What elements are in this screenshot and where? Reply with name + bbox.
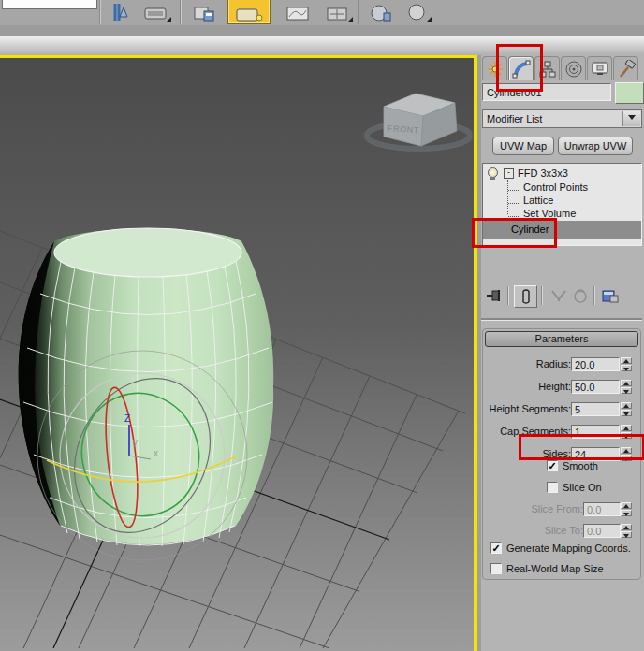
layer-manager-icon[interactable] — [187, 0, 221, 22]
material-editor-icon[interactable] — [363, 0, 397, 22]
barrel-top-cap — [54, 228, 242, 277]
stack-item-ffd[interactable]: - FFD 3x3x3 — [483, 166, 641, 180]
smooth-label: Smooth — [563, 460, 598, 472]
height-label: Height: — [538, 380, 571, 394]
generate-mapping-row: ✓ Generate Mapping Coords. — [490, 542, 640, 556]
stack-item-label: Lattice — [523, 195, 553, 206]
slice-from-label: Slice From: — [531, 502, 583, 516]
toolbar-separator — [541, 286, 542, 305]
height-segments-spinner[interactable] — [621, 402, 632, 416]
real-world-checkbox[interactable] — [490, 563, 502, 574]
axis-label-y: y — [133, 437, 138, 447]
toolbar-separator — [99, 0, 100, 24]
axis-label-x: x — [154, 448, 158, 458]
schematic-view-icon[interactable] — [320, 0, 354, 22]
smooth-checkbox[interactable]: ✓ — [547, 460, 558, 471]
generate-mapping-label: Generate Mapping Coords. — [506, 542, 631, 555]
toolbar-separator — [358, 0, 359, 24]
slice-on-checkbox[interactable] — [547, 482, 558, 493]
dropdown-arrow-button[interactable] — [622, 111, 640, 126]
uvw-map-button[interactable]: UVW Map — [492, 137, 554, 155]
slice-to-label: Slice To: — [545, 524, 583, 538]
tab-display[interactable] — [587, 56, 612, 80]
tab-utilities[interactable] — [613, 56, 638, 80]
cylinder-object[interactable] — [19, 228, 273, 546]
rollout-collapse-icon: - — [490, 332, 494, 345]
utilities-icon — [617, 60, 636, 79]
height-segments-row: Height Segments: 5 — [483, 402, 640, 416]
command-panel: Cylinder001 Modifier List UVW Map Unwrap… — [481, 55, 644, 651]
slice-from-input: 0.0 — [583, 502, 621, 516]
axis-label-z: Z — [124, 413, 130, 424]
tree-connector — [508, 209, 520, 217]
flyout-arrow — [348, 17, 353, 22]
display-icon — [591, 60, 609, 79]
height-segments-input[interactable]: 5 — [571, 402, 620, 416]
real-world-row: Real-World Map Size — [490, 563, 640, 576]
stack-item-control-points[interactable]: Control Points — [483, 181, 642, 194]
stack-item-label: FFD 3x3x3 — [518, 166, 568, 180]
flyout-arrow — [427, 17, 432, 22]
panel-divider — [481, 318, 642, 321]
tree-connector — [508, 195, 520, 204]
pin-stack-icon[interactable] — [485, 285, 504, 306]
toolbar-separator — [593, 286, 594, 305]
3dsmax-window: Z y x FRONT — [0, 0, 644, 651]
radius-input[interactable]: 20.0 — [571, 357, 620, 371]
motion-icon — [564, 60, 583, 79]
annotation-box-sides-parameter — [519, 434, 644, 460]
radius-label: Radius: — [536, 357, 571, 371]
slice-to-input: 0.0 — [583, 524, 621, 538]
toolbar-lower-strip — [0, 25, 644, 36]
annotation-box-modify-tab — [496, 44, 543, 92]
remove-modifier-icon[interactable] — [572, 285, 589, 306]
configure-modifier-sets-icon[interactable] — [600, 285, 621, 306]
slice-on-row: Slice On — [547, 482, 640, 495]
mirror-icon[interactable] — [103, 0, 137, 22]
radius-row: Radius: 20.0 — [483, 357, 640, 371]
object-color-swatch[interactable] — [615, 82, 644, 104]
flyout-arrow — [167, 17, 171, 22]
slice-from-row: Slice From: 0.0 — [483, 502, 640, 516]
generate-mapping-checkbox[interactable]: ✓ — [490, 542, 502, 554]
toolbar-separator — [507, 286, 508, 305]
tab-motion[interactable] — [561, 56, 586, 80]
perspective-viewport[interactable]: Z y x FRONT — [0, 55, 477, 651]
collapse-box-icon[interactable]: - — [504, 168, 514, 179]
slice-to-row: Slice To: 0.0 — [483, 524, 640, 538]
viewport-top-frame — [0, 36, 644, 55]
named-selection-set-field[interactable] — [2, 0, 97, 9]
annotation-box-cylinder-stack-item — [472, 218, 557, 248]
toolbar-separator — [180, 0, 181, 24]
radius-spinner[interactable] — [621, 357, 632, 371]
make-unique-icon[interactable] — [549, 285, 568, 306]
height-spinner[interactable] — [621, 380, 632, 394]
slice-to-spinner — [621, 524, 632, 538]
stack-item-lattice[interactable]: Lattice — [483, 194, 642, 207]
render-setup-icon[interactable] — [401, 0, 434, 22]
bulb-icon[interactable] — [488, 167, 498, 178]
height-row: Height: 50.0 — [483, 380, 640, 394]
slice-on-label: Slice On — [563, 482, 602, 494]
stack-item-label: Control Points — [523, 181, 588, 193]
modifier-list-dropdown[interactable]: Modifier List — [482, 109, 642, 128]
chevron-down-icon — [628, 115, 636, 123]
height-input[interactable]: 50.0 — [571, 380, 620, 394]
tree-connector — [508, 182, 520, 191]
unwrap-uvw-button[interactable]: Unwrap UVW — [558, 137, 633, 155]
smooth-row: ✓ Smooth — [547, 460, 640, 473]
parameters-rollout-header[interactable]: - Parameters — [485, 331, 638, 347]
main-toolbar — [0, 0, 644, 25]
graphite-toggle-icon[interactable] — [227, 0, 271, 24]
height-segments-label: Height Segments: — [490, 402, 571, 416]
show-end-result-icon[interactable] — [514, 285, 537, 308]
align-icon[interactable] — [139, 0, 172, 22]
curve-editor-icon[interactable] — [281, 0, 315, 22]
modifier-list-label: Modifier List — [487, 113, 542, 124]
slice-from-spinner — [621, 502, 632, 516]
real-world-label: Real-World Map Size — [506, 563, 604, 575]
rollout-title: Parameters — [535, 333, 589, 344]
